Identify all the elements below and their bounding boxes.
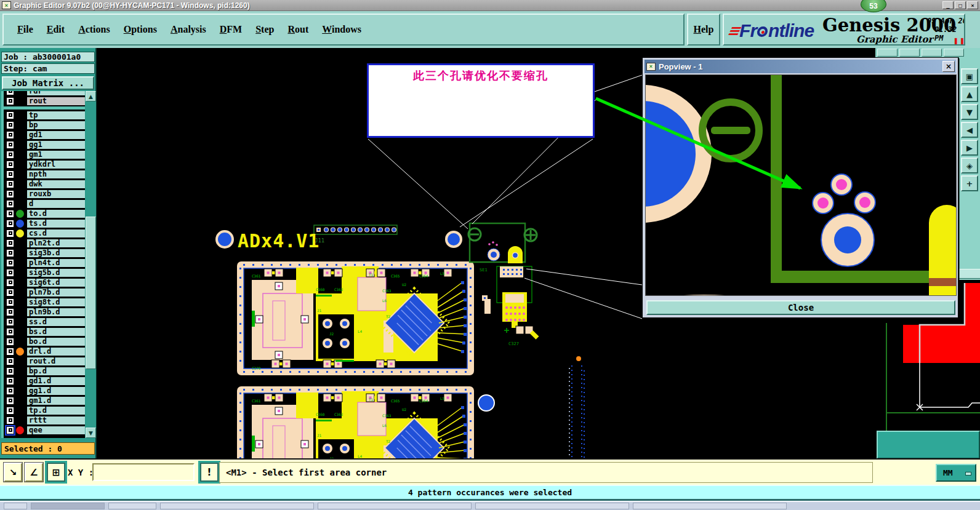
- layer-checkbox[interactable]: [6, 220, 14, 228]
- layer-checkbox[interactable]: [6, 279, 14, 287]
- step-field[interactable]: Step: cam: [1, 63, 95, 74]
- layer-checkbox[interactable]: [6, 170, 14, 178]
- layer-name[interactable]: rdr: [26, 91, 85, 96]
- center-view-icon[interactable]: +: [961, 175, 978, 191]
- layer-checkbox[interactable]: [6, 91, 14, 95]
- layer-name[interactable]: rouxb: [26, 189, 85, 199]
- layer-name[interactable]: gd1: [26, 130, 85, 140]
- taskbar-item[interactable]: [633, 503, 787, 509]
- layer-row-bp[interactable]: bp: [4, 120, 85, 130]
- layer-checkbox[interactable]: [6, 121, 14, 129]
- layer-checkbox[interactable]: [6, 348, 14, 356]
- layer-name[interactable]: bo.d: [26, 337, 85, 346]
- layer-row-ydkdrl[interactable]: ydkdrl: [4, 159, 85, 169]
- toolbar-button-partial[interactable]: [922, 49, 942, 57]
- layer-row-rouxb[interactable]: rouxb: [4, 189, 85, 199]
- taskbar-item[interactable]: [160, 503, 314, 509]
- layer-row-drl.d[interactable]: drl.d: [4, 346, 85, 356]
- layer-row-tp.d[interactable]: tp.d: [4, 405, 85, 415]
- grid-tool-icon[interactable]: ⊞: [47, 463, 65, 482]
- layer-checkbox[interactable]: [6, 308, 14, 316]
- popview-close-button[interactable]: Close: [646, 300, 955, 315]
- taskbar-item[interactable]: [108, 503, 156, 509]
- layer-checkbox[interactable]: [6, 416, 14, 424]
- layer-checkbox[interactable]: [6, 229, 14, 237]
- toolbar-button-partial[interactable]: [944, 49, 964, 57]
- job-matrix-button[interactable]: Job Matrix ...: [2, 76, 94, 90]
- layer-row-sig6t.d[interactable]: sig6t.d: [4, 277, 85, 287]
- menu-step[interactable]: Step: [255, 24, 274, 35]
- layer-name[interactable]: npth: [26, 170, 85, 179]
- alert-button[interactable]: !: [200, 463, 219, 482]
- layer-row-tp[interactable]: tp: [4, 110, 85, 120]
- pan-down-icon[interactable]: ▼: [961, 104, 978, 120]
- layer-row-pln7b.d[interactable]: pln7b.d: [4, 287, 85, 297]
- layer-name[interactable]: gd1.d: [26, 377, 85, 386]
- layer-row-cs.d[interactable]: cs.d: [4, 228, 85, 238]
- layer-name[interactable]: rout.d: [26, 357, 85, 366]
- layer-row-ts.d[interactable]: ts.d: [4, 218, 85, 228]
- layer-name[interactable]: rout: [26, 97, 85, 106]
- os-taskbar[interactable]: [0, 501, 980, 510]
- layer-row-bo.d[interactable]: bo.d: [4, 337, 85, 346]
- scrollbar-thumb[interactable]: [86, 217, 96, 369]
- layer-name[interactable]: ydkdrl: [26, 160, 85, 169]
- layer-checkbox[interactable]: [6, 210, 14, 218]
- maximize-button[interactable]: □: [955, 1, 966, 9]
- layer-scrollbar[interactable]: ▲ ▼: [86, 91, 96, 438]
- layer-name[interactable]: tp: [26, 111, 85, 120]
- layer-name[interactable]: gm1: [26, 150, 85, 159]
- layer-name[interactable]: bs.d: [26, 327, 85, 337]
- layer-checkbox[interactable]: [6, 269, 14, 277]
- menu-file[interactable]: File: [17, 24, 33, 35]
- fit-view-icon[interactable]: ◈: [961, 157, 978, 173]
- layer-row-qee[interactable]: qee: [4, 425, 85, 435]
- toolbar-button-partial[interactable]: [877, 49, 898, 57]
- layer-row-gm1[interactable]: gm1: [4, 149, 85, 159]
- layer-checkbox[interactable]: [6, 259, 14, 267]
- layer-name[interactable]: pln2t.d: [26, 239, 85, 248]
- layer-row-pln4t.d[interactable]: pln4t.d: [4, 258, 85, 268]
- layer-row-dwk[interactable]: dwk: [4, 179, 85, 189]
- scroll-down-icon[interactable]: ▼: [86, 428, 96, 438]
- taskbar-item[interactable]: [31, 503, 105, 509]
- layer-checkbox[interactable]: [6, 338, 14, 346]
- layer-row-npth[interactable]: npth: [4, 169, 85, 179]
- layer-checkbox[interactable]: [6, 131, 14, 139]
- layer-name[interactable]: pln4t.d: [26, 258, 85, 268]
- popview-close-icon[interactable]: ×: [942, 61, 955, 72]
- layer-checkbox[interactable]: [6, 289, 14, 297]
- layer-checkbox[interactable]: [6, 367, 14, 375]
- taskbar-item[interactable]: [318, 503, 472, 509]
- menu-dfm[interactable]: DFM: [220, 24, 242, 35]
- angle-tool-icon[interactable]: ∠: [25, 463, 43, 482]
- layer-name[interactable]: cs.d: [26, 229, 85, 238]
- layer-row-to.d[interactable]: to.d: [4, 209, 85, 218]
- layer-checkbox[interactable]: [6, 318, 14, 326]
- layer-row-rout[interactable]: rout: [4, 96, 85, 106]
- taskbar-item[interactable]: [475, 503, 629, 509]
- layer-name[interactable]: qee: [26, 426, 85, 435]
- layer-row-sig8t.d[interactable]: sig8t.d: [4, 297, 85, 307]
- layer-checkbox[interactable]: [6, 111, 14, 119]
- copy-window-icon[interactable]: ▣: [961, 68, 978, 84]
- layer-row-sig5b.d[interactable]: sig5b.d: [4, 268, 85, 277]
- menu-edit[interactable]: Edit: [47, 24, 65, 35]
- layer-name[interactable]: gg1.d: [26, 386, 85, 396]
- units-button[interactable]: MM: [936, 464, 976, 482]
- layer-checkbox[interactable]: [6, 97, 14, 105]
- layer-row-pln9b.d[interactable]: pln9b.d: [4, 307, 85, 317]
- xy-input[interactable]: [92, 463, 195, 481]
- pan-up-icon[interactable]: ▲: [961, 86, 978, 102]
- layer-name[interactable]: drl.d: [26, 347, 85, 356]
- pan-left-icon[interactable]: ◀: [961, 122, 978, 138]
- layer-name[interactable]: gm1.d: [26, 396, 85, 405]
- layer-name[interactable]: ss.d: [26, 317, 85, 327]
- pan-right-icon[interactable]: ▶: [961, 140, 978, 156]
- job-field[interactable]: Job : ab300001a0: [1, 52, 95, 62]
- layer-name[interactable]: ts.d: [26, 219, 85, 228]
- scroll-up-icon[interactable]: ▲: [86, 91, 96, 102]
- menu-help[interactable]: Help: [694, 24, 714, 35]
- layer-row-rdr[interactable]: rdr: [4, 91, 85, 96]
- close-button[interactable]: ×: [967, 1, 978, 9]
